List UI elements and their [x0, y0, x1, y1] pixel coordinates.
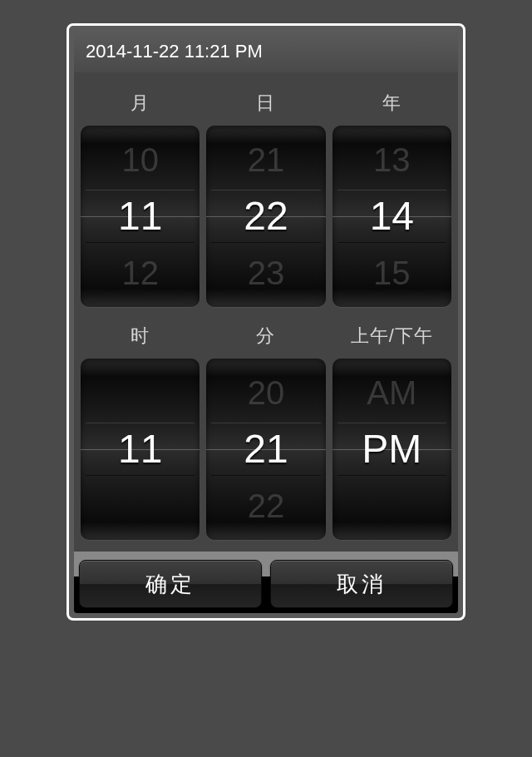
- dialog-header: 2014-11-22 11:21 PM: [74, 31, 458, 72]
- ampm-label: 上午/下午: [332, 315, 451, 359]
- ampm-wheel[interactable]: AM PM: [332, 359, 451, 540]
- day-label: 日: [206, 82, 325, 126]
- month-prev: 10: [81, 131, 200, 188]
- minute-current: 21: [206, 421, 325, 477]
- month-wheel[interactable]: 10 11 12: [81, 126, 200, 307]
- minute-column: 分 20 21 22: [206, 315, 325, 540]
- hour-label: 时: [81, 315, 200, 359]
- month-next: 12: [81, 245, 200, 301]
- month-current: 11: [81, 188, 200, 245]
- minute-label: 分: [206, 315, 325, 359]
- minute-wheel[interactable]: 20 21 22: [206, 359, 325, 540]
- ampm-column: 上午/下午 AM PM: [332, 315, 451, 540]
- ampm-current: PM: [332, 421, 451, 477]
- year-wheel[interactable]: 13 14 15: [332, 126, 451, 307]
- day-column: 日 21 22 23: [206, 82, 325, 307]
- time-row: 时 11 分 20 21 22: [81, 315, 451, 540]
- year-label: 年: [332, 82, 451, 126]
- hour-column: 时 11: [81, 315, 200, 540]
- month-label: 月: [81, 82, 200, 126]
- minute-prev: 20: [206, 364, 325, 421]
- month-column: 月 10 11 12: [81, 82, 200, 307]
- year-current: 14: [332, 188, 451, 245]
- ampm-prev: AM: [332, 364, 451, 421]
- dialog-footer: 确定 取消: [74, 552, 458, 613]
- hour-wheel[interactable]: 11: [81, 359, 200, 540]
- day-current: 22: [206, 188, 325, 245]
- year-column: 年 13 14 15: [332, 82, 451, 307]
- hour-current: 11: [81, 421, 200, 477]
- year-next: 15: [332, 245, 451, 301]
- year-prev: 13: [332, 131, 451, 188]
- date-row: 月 10 11 12 日 21 22 23: [81, 82, 451, 307]
- day-prev: 21: [206, 131, 325, 188]
- selected-datetime: 2014-11-22 11:21 PM: [86, 41, 263, 62]
- minute-next: 22: [206, 477, 325, 534]
- dialog-body: 月 10 11 12 日 21 22 23: [74, 72, 458, 552]
- datetime-picker-dialog: 2014-11-22 11:21 PM 月 10 11 12 日 21: [66, 23, 466, 621]
- day-wheel[interactable]: 21 22 23: [206, 126, 325, 307]
- day-next: 23: [206, 245, 325, 301]
- confirm-button[interactable]: 确定: [79, 560, 262, 608]
- cancel-button[interactable]: 取消: [270, 560, 453, 608]
